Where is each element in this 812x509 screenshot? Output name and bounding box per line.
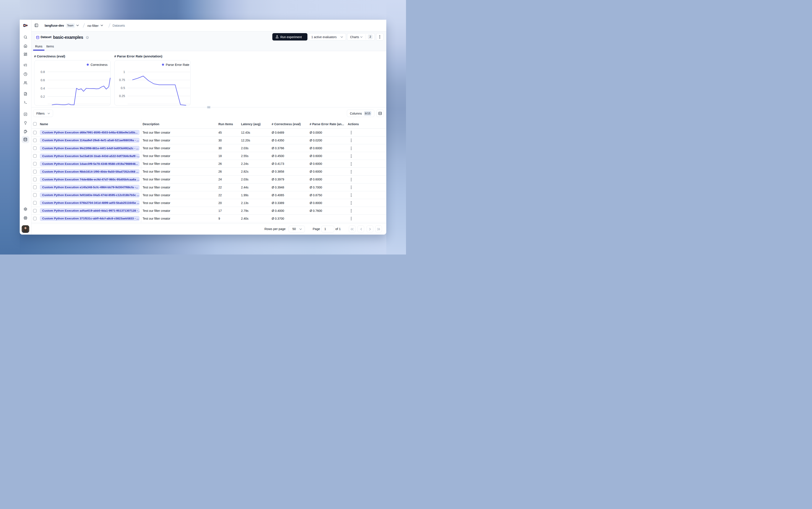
svg-text:0.6: 0.6 (41, 78, 45, 82)
svg-text:Correctness: Correctness (91, 63, 107, 66)
svg-text:0.25: 0.25 (119, 94, 125, 98)
svg-text:1: 1 (123, 70, 125, 74)
svg-text:0.2: 0.2 (41, 95, 45, 98)
svg-text:0.4: 0.4 (41, 87, 45, 90)
svg-text:0.75: 0.75 (119, 78, 125, 82)
svg-text:0.8: 0.8 (41, 70, 45, 73)
svg-text:0.5: 0.5 (121, 86, 125, 90)
svg-text:Parse Error Rate: Parse Error Rate (166, 63, 189, 66)
